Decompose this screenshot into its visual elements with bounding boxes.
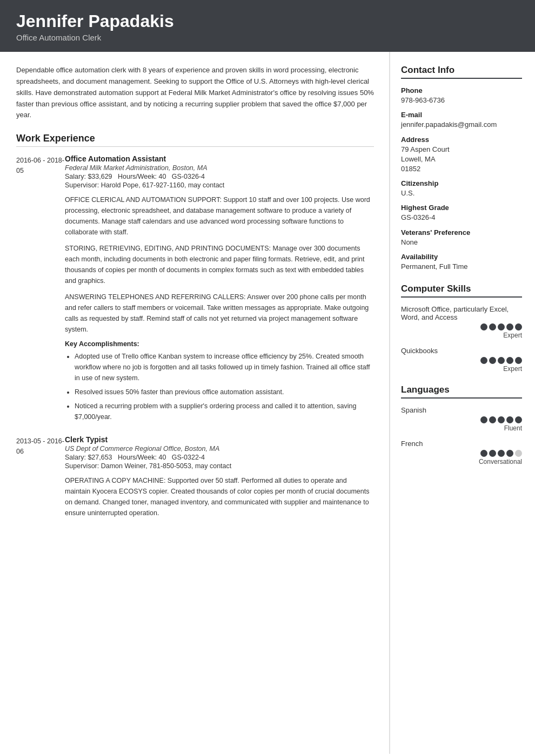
- skill-row: Quickbooks Expert: [401, 347, 522, 373]
- job-dates: 2013-05 - 2016-06: [16, 435, 65, 524]
- candidate-name: Jennifer Papadakis: [16, 12, 519, 31]
- computer-skills-section: Computer Skills Microsoft Office, partic…: [401, 284, 522, 373]
- address-line2: Lowell, MA: [401, 154, 522, 164]
- right-sidebar: Contact Info Phone 978-963-6736 E-mail j…: [389, 52, 535, 754]
- job-details: Office Automation Assistant Federal Milk…: [65, 154, 374, 426]
- job-org: Federal Milk Market Administration, Bost…: [65, 164, 374, 172]
- dot-2: [489, 323, 496, 330]
- skill-level: Conversational: [401, 458, 522, 465]
- contact-info-title: Contact Info: [401, 65, 522, 79]
- accomplishments-list: Adopted use of Trello office Kanban syst…: [65, 351, 374, 422]
- phone-value: 978-963-6736: [401, 96, 522, 105]
- citizenship-value: U.S.: [401, 188, 522, 198]
- veterans-label: Veterans' Preference: [401, 228, 522, 237]
- left-column: Dependable office automation clerk with …: [0, 52, 389, 549]
- language-name: French: [401, 440, 522, 448]
- skill-row: Microsoft Office, particularly Excel, Wo…: [401, 305, 522, 339]
- availability-label: Availability: [401, 253, 522, 261]
- job-paragraph-1: OFFICE CLERICAL AND AUTOMATION SUPPORT: …: [65, 194, 374, 238]
- summary-text: Dependable office automation clerk with …: [16, 65, 374, 121]
- contact-info-section: Contact Info Phone 978-963-6736 E-mail j…: [401, 65, 522, 272]
- work-experience-section: Work Experience 2016-06 - 2018-05 Office…: [16, 133, 374, 524]
- dot-2: [489, 450, 496, 457]
- job-entry: 2013-05 - 2016-06 Clerk Typist US Dept o…: [16, 435, 374, 524]
- languages-title: Languages: [401, 384, 522, 399]
- job-details: Clerk Typist US Dept of Commerce Regiona…: [65, 435, 374, 524]
- address-line1: 79 Aspen Court: [401, 145, 522, 154]
- skill-dots: [401, 450, 522, 457]
- skill-dots: [401, 416, 522, 423]
- job-dates: 2016-06 - 2018-05: [16, 154, 65, 426]
- job-hours: Hours/Week: 40: [118, 454, 166, 461]
- dot-2: [489, 357, 496, 364]
- dot-3: [498, 416, 505, 423]
- job-paragraph-2: STORING, RETRIEVING, EDITING, AND PRINTI…: [65, 243, 374, 286]
- job-hours: Hours/Week: 40: [118, 173, 166, 180]
- skill-name: Microsoft Office, particularly Excel, Wo…: [401, 305, 522, 321]
- language-row: Spanish Fluent: [401, 406, 522, 432]
- skill-level: Expert: [401, 332, 522, 339]
- candidate-title: Office Automation Clerk: [16, 33, 519, 42]
- language-row: French Conversational: [401, 440, 522, 465]
- work-experience-title: Work Experience: [16, 133, 374, 147]
- dot-4: [506, 323, 513, 330]
- dot-5: [515, 323, 522, 330]
- dot-4: [506, 416, 513, 423]
- computer-skills-title: Computer Skills: [401, 284, 522, 298]
- key-accomplishments-label: Key Accomplishments:: [65, 340, 374, 348]
- citizenship-label: Citizenship: [401, 179, 522, 187]
- languages-section: Languages Spanish Fluent French: [401, 384, 522, 465]
- dot-1: [480, 416, 487, 423]
- dot-4: [506, 357, 513, 364]
- dot-3: [498, 450, 505, 457]
- veterans-value: None: [401, 238, 522, 247]
- highest-grade-label: Highest Grade: [401, 204, 522, 212]
- job-supervisor: Supervisor: Damon Weiner, 781-850-5053, …: [65, 462, 374, 470]
- header: Jennifer Papadakis Office Automation Cle…: [0, 0, 535, 52]
- availability-value: Permanent, Full Time: [401, 262, 522, 272]
- job-org: US Dept of Commerce Regional Office, Bos…: [65, 445, 374, 453]
- phone-label: Phone: [401, 86, 522, 94]
- dot-1: [480, 357, 487, 364]
- job-salary: Salary: $27,653: [65, 454, 112, 461]
- job-grade: GS-0326-4: [172, 173, 205, 180]
- job-entry: 2016-06 - 2018-05 Office Automation Assi…: [16, 154, 374, 426]
- dot-3: [498, 357, 505, 364]
- dot-4: [506, 450, 513, 457]
- highest-grade-value: GS-0326-4: [401, 213, 522, 222]
- job-supervisor: Supervisor: Harold Pope, 617-927-1160, m…: [65, 181, 374, 189]
- list-item: Resolved issues 50% faster than previous…: [75, 387, 374, 397]
- address-line3: 01852: [401, 164, 522, 174]
- language-name: Spanish: [401, 406, 522, 414]
- email-label: E-mail: [401, 111, 522, 119]
- skill-name: Quickbooks: [401, 347, 522, 355]
- list-item: Noticed a recurring problem with a suppl…: [75, 401, 374, 422]
- job-title: Clerk Typist: [65, 435, 374, 444]
- address-label: Address: [401, 136, 522, 144]
- job-meta: Salary: $27,653 Hours/Week: 40 GS-0322-4: [65, 454, 374, 461]
- dot-2: [489, 416, 496, 423]
- job-paragraph-3: ANSWERING TELEPHONES AND REFERRING CALLE…: [65, 292, 374, 335]
- dot-3: [498, 323, 505, 330]
- dot-5: [515, 357, 522, 364]
- main-layout: Dependable office automation clerk with …: [0, 52, 535, 754]
- job-title: Office Automation Assistant: [65, 154, 374, 163]
- job-salary: Salary: $33,629: [65, 173, 112, 180]
- job-grade: GS-0322-4: [172, 454, 205, 461]
- list-item: Adopted use of Trello office Kanban syst…: [75, 351, 374, 383]
- job-paragraph-1: OPERATING A COPY MACHINE: Supported over…: [65, 475, 374, 518]
- dot-1: [480, 323, 487, 330]
- dot-5: [515, 416, 522, 423]
- email-value: jennifer.papadakis@gmail.com: [401, 120, 522, 130]
- skill-level: Expert: [401, 365, 522, 373]
- skill-dots: [401, 323, 522, 330]
- job-meta: Salary: $33,629 Hours/Week: 40 GS-0326-4: [65, 173, 374, 180]
- dot-5: [515, 450, 522, 457]
- skill-dots: [401, 357, 522, 364]
- skill-level: Fluent: [401, 424, 522, 432]
- dot-1: [480, 450, 487, 457]
